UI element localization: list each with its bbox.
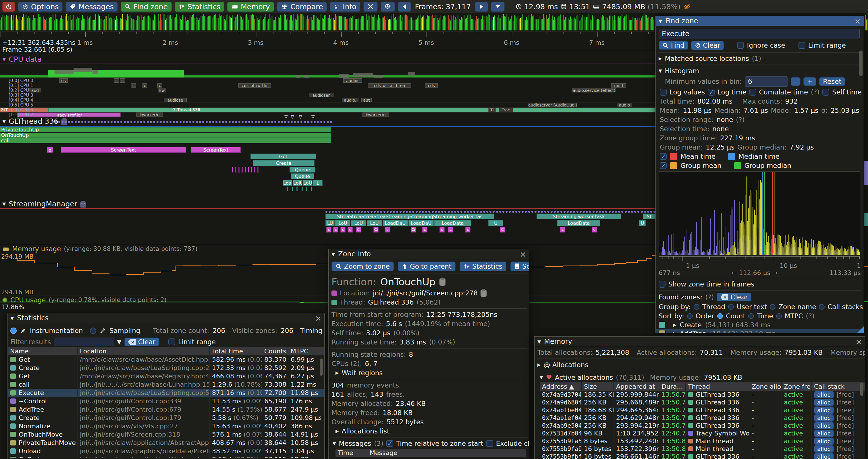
memory-row[interactable]: 0x74a9d37040186.35 KB295,999,844ns13:50.… xyxy=(540,391,865,398)
glthread-lane-bar[interactable] xyxy=(0,133,331,138)
collapsed-zone-dot[interactable] xyxy=(297,121,299,123)
statistics-button[interactable]: Statistics xyxy=(460,262,506,271)
collapsed-zone-dot[interactable] xyxy=(625,211,627,213)
tiny-zone-bar[interactable] xyxy=(239,167,240,172)
collapsed-zone-dot[interactable] xyxy=(284,121,286,123)
exclude-children-checkbox[interactable] xyxy=(486,440,493,447)
found-zone-row[interactable]: ▶Create(54,131) 643.34 ms xyxy=(656,321,864,329)
collapsed-zone-dot[interactable] xyxy=(396,211,398,213)
collapsed-zone-dot[interactable] xyxy=(88,121,90,123)
collapsed-zone-dot[interactable] xyxy=(570,211,572,213)
find-zone-button[interactable]: Find zone xyxy=(121,2,172,12)
allocations-node[interactable]: ▶@ Allocations xyxy=(534,360,865,369)
compare-button[interactable]: Compare xyxy=(277,2,327,12)
cpu-zone-box[interactable]: Ti xyxy=(488,108,496,112)
collapsed-zone-dot[interactable] xyxy=(225,121,227,123)
alloc-button[interactable]: alloc xyxy=(814,391,834,398)
collapsed-zone-dot[interactable] xyxy=(358,211,360,213)
collapsed-zone-dot[interactable] xyxy=(380,211,382,213)
collapsed-zone-dot[interactable] xyxy=(390,211,392,213)
matched-source-locations[interactable]: ▶ Matched source locations (1) xyxy=(656,54,864,63)
collapsed-zone-dot[interactable] xyxy=(183,121,185,123)
alloc-button[interactable]: alloc xyxy=(814,445,834,453)
message-row[interactable]: 5.59 smip 11 w 1 h 1 (1) xyxy=(336,457,526,459)
frame-dropdown-button[interactable] xyxy=(491,2,505,12)
col-counts[interactable]: Counts ▼ xyxy=(262,347,288,355)
message-mark-icon[interactable]: ▽ xyxy=(284,114,288,120)
log-time-checkbox[interactable] xyxy=(708,89,715,96)
collapsed-zone-dot[interactable] xyxy=(490,211,491,213)
zone-bar[interactable]: Queue xyxy=(289,167,315,172)
glthread-lane-bar[interactable] xyxy=(0,138,331,143)
statistics-row[interactable]: OnTouchMovejni/../jni/src/guif/Screen.cp… xyxy=(8,430,324,438)
collapsed-zone-dot[interactable] xyxy=(239,121,240,123)
goto-frame-button[interactable] xyxy=(380,2,395,12)
resize-grip[interactable] xyxy=(857,326,864,333)
collapsed-zone-dot[interactable] xyxy=(499,211,501,213)
collapsed-zone-dot[interactable] xyxy=(425,211,427,213)
collapsed-zone-dot[interactable] xyxy=(192,121,194,123)
histogram-node[interactable]: ▼ Histogram xyxy=(656,66,864,75)
collapsed-zone-dot[interactable] xyxy=(326,211,328,213)
wait-regions-node[interactable]: ▶Wait regions xyxy=(329,368,529,378)
collapsed-zone-dot[interactable] xyxy=(386,211,389,213)
zone-bar[interactable]: LoadDaU xyxy=(382,220,408,226)
collapsed-zone-dot[interactable] xyxy=(219,121,221,123)
collapsed-zone-dot[interactable] xyxy=(157,121,159,123)
cpu-zone-box[interactable]: cds xyxy=(425,83,438,88)
collapsed-zone-dot[interactable] xyxy=(314,121,316,123)
legend-checkbox[interactable] xyxy=(660,162,666,169)
tiny-zone-bar[interactable]: c xyxy=(439,227,445,232)
thread-value[interactable]: GLThread 336 xyxy=(368,299,413,306)
col-time[interactable]: Time xyxy=(336,449,367,457)
collapsed-zone-dot[interactable] xyxy=(274,121,276,123)
cpu-zone-box[interactable]: audio. xyxy=(342,98,359,102)
tiny-zone-bar[interactable] xyxy=(248,167,249,172)
collapsed-zone-dot[interactable] xyxy=(173,121,175,123)
collapsed-zone-dot[interactable] xyxy=(117,121,119,123)
col-location[interactable]: Location xyxy=(77,347,209,355)
find-zone-scrollbar[interactable] xyxy=(859,51,863,76)
col-name[interactable]: Name xyxy=(8,347,77,355)
cpu-zone-box[interactable]: c xyxy=(120,78,125,83)
collapsed-zone-dot[interactable] xyxy=(265,121,267,123)
collapsed-zone-dot[interactable] xyxy=(534,211,536,213)
collapsed-zone-dot[interactable] xyxy=(647,211,649,213)
collapsed-zone-dot[interactable] xyxy=(589,211,591,213)
statistics-row[interactable]: ~Controljni/../jni/src/guif/Control.cpp:… xyxy=(8,397,324,405)
location-value[interactable]: jni/../jni/src/guif/Screen.cpp:278 xyxy=(373,289,478,297)
memory-row[interactable]: 0x7531d7b04096 KB1:10 234,952,16112:40.7… xyxy=(540,429,865,437)
collapsed-zone-dot[interactable] xyxy=(367,211,369,213)
collapsed-zone-dot[interactable] xyxy=(650,211,652,213)
reset-button[interactable]: Reset xyxy=(819,77,845,86)
tools-button[interactable] xyxy=(363,2,378,12)
collapsed-zone-dot[interactable] xyxy=(415,211,417,213)
collapsed-zone-dot[interactable] xyxy=(342,211,343,213)
collapsed-zone-dot[interactable] xyxy=(209,121,211,123)
cpu-zone-box[interactable]: audios xyxy=(343,78,362,83)
collapsed-zone-dot[interactable] xyxy=(432,211,434,213)
filter-input[interactable] xyxy=(54,337,114,346)
collapsed-zone-dot[interactable] xyxy=(493,211,495,213)
memory-row[interactable]: 0x74ab1ef040256 KB294,629,948ns13:50.7GL… xyxy=(540,414,865,422)
timeline-ruler[interactable] xyxy=(0,32,655,38)
close-icon[interactable]: × xyxy=(315,314,321,322)
collapsed-zone-dot[interactable] xyxy=(199,121,201,123)
collapsed-zone-dot[interactable] xyxy=(160,121,162,123)
message-mark-icon[interactable]: ▽ xyxy=(311,114,315,120)
collapsed-zone-dot[interactable] xyxy=(457,211,459,213)
collapsed-zone-dot[interactable] xyxy=(232,121,234,123)
cpu-zone-box[interactable]: cds_ol_rx_thr xyxy=(239,83,271,88)
messages-node[interactable]: ▼ xyxy=(333,441,336,446)
collapsed-zone-dot[interactable] xyxy=(641,211,643,213)
tiny-zone-bar[interactable] xyxy=(302,187,303,191)
collapsed-zone-dot[interactable] xyxy=(120,121,122,123)
collapsed-zone-dot[interactable] xyxy=(348,211,350,213)
collapsed-zone-dot[interactable] xyxy=(554,211,556,213)
collapsed-zone-dot[interactable] xyxy=(242,121,244,123)
zone-bar[interactable]: U xyxy=(488,220,503,226)
collapsed-zone-dot[interactable] xyxy=(383,211,385,213)
messages-button[interactable]: Messages xyxy=(65,2,118,12)
collapsed-zone-dot[interactable] xyxy=(577,211,579,213)
sort-by-radio[interactable] xyxy=(748,313,754,319)
